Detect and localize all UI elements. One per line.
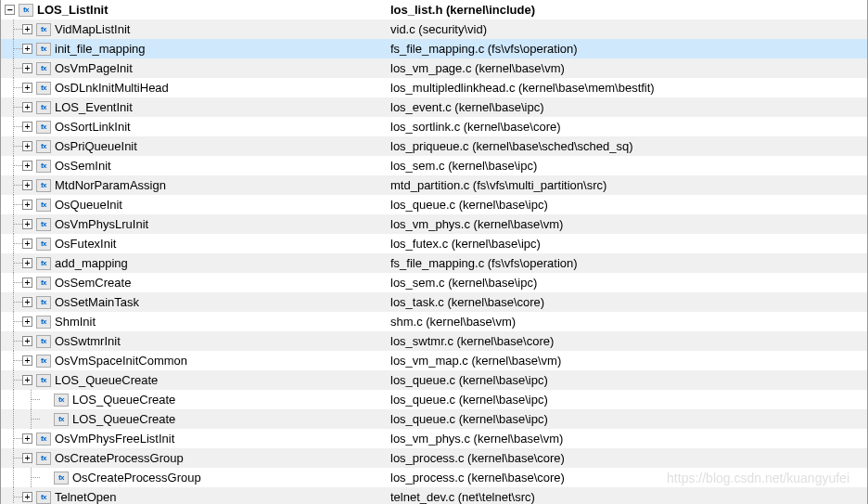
tree-row[interactable]: + fx OsSemInit los_sem.c (kernel\base\ip… — [1, 156, 867, 175]
file-path: los_queue.c (kernel\base\ipc) — [390, 409, 867, 429]
file-path: los_task.c (kernel\base\core) — [390, 292, 867, 312]
tree-guide — [22, 390, 40, 409]
function-name: LOS_QueueCreate — [72, 390, 175, 409]
tree-row[interactable]: + fx VidMapListInit vid.c (security\vid) — [1, 19, 867, 39]
tree-root-row[interactable]: − fx LOS_ListInit los_list.h (kernel\inc… — [1, 0, 867, 19]
tree-guide — [5, 136, 22, 156]
file-path: los_queue.c (kernel\base\ipc) — [390, 370, 867, 390]
root-function-name: LOS_ListInit — [37, 0, 108, 19]
function-name: OsVmPageInit — [55, 58, 133, 78]
tree-row[interactable]: fx OsCreateProcessGroup los_process.c (k… — [1, 468, 867, 487]
expand-icon[interactable]: + — [22, 219, 32, 229]
tree-row[interactable]: fx LOS_QueueCreate los_queue.c (kernel\b… — [1, 390, 867, 409]
tree-row[interactable]: + fx OsCreateProcessGroup los_process.c … — [1, 448, 867, 468]
file-path: los_event.c (kernel\base\ipc) — [390, 97, 867, 117]
tree-row[interactable]: + fx LOS_QueueCreate los_queue.c (kernel… — [1, 370, 867, 390]
function-icon: fx — [36, 355, 51, 368]
tree-row[interactable]: + fx LOS_EventInit los_event.c (kernel\b… — [1, 97, 867, 117]
expand-icon[interactable]: + — [22, 24, 32, 34]
tree-guide — [5, 448, 22, 468]
tree-row[interactable]: + fx OsQueueInit los_queue.c (kernel\bas… — [1, 195, 867, 214]
function-icon: fx — [36, 218, 51, 231]
expand-icon[interactable]: + — [22, 44, 32, 54]
tree-row[interactable]: + fx OsVmPhysFreeListInit los_vm_phys.c … — [1, 429, 867, 448]
tree-row[interactable]: + fx add_mapping fs_file_mapping.c (fs\v… — [1, 253, 867, 273]
expand-icon[interactable]: + — [22, 355, 32, 366]
expand-icon[interactable]: + — [22, 239, 32, 249]
tree-row[interactable]: + fx MtdNorParamAssign mtd_partition.c (… — [1, 175, 867, 195]
expand-icon[interactable]: + — [22, 63, 32, 73]
file-path: telnet_dev.c (net\telnet\src) — [390, 487, 867, 504]
file-path: los_futex.c (kernel\base\ipc) — [390, 234, 867, 253]
tree-row[interactable]: + fx OsDLnkInitMultiHead los_multipledli… — [1, 78, 867, 97]
function-name: LOS_QueueCreate — [55, 370, 158, 390]
collapse-icon[interactable]: − — [5, 5, 15, 15]
function-icon: fx — [36, 433, 51, 446]
tree-guide — [5, 214, 22, 234]
expand-icon[interactable]: + — [22, 258, 32, 268]
tree-row[interactable]: + fx OsFutexInit los_futex.c (kernel\bas… — [1, 234, 867, 253]
function-name: OsSortLinkInit — [55, 117, 131, 136]
tree-row[interactable]: + fx ShmInit shm.c (kernel\base\vm) — [1, 312, 867, 331]
function-icon: fx — [36, 140, 51, 153]
tree-guide — [5, 487, 22, 504]
expand-icon[interactable]: + — [22, 336, 32, 346]
file-path: los_multipledlinkhead.c (kernel\base\mem… — [390, 78, 867, 97]
tree-row[interactable]: fx LOS_QueueCreate los_queue.c (kernel\b… — [1, 409, 867, 429]
expand-icon[interactable]: + — [22, 317, 32, 327]
expand-icon[interactable]: + — [22, 433, 32, 444]
function-name: LOS_EventInit — [55, 97, 133, 117]
tree-row[interactable]: + fx OsSemCreate los_sem.c (kernel\base\… — [1, 273, 867, 292]
file-path: los_queue.c (kernel\base\ipc) — [390, 195, 867, 214]
expand-icon[interactable]: + — [22, 200, 32, 210]
tree-row[interactable]: + fx TelnetOpen telnet_dev.c (net\telnet… — [1, 487, 867, 504]
function-name: TelnetOpen — [55, 487, 117, 504]
tree-guide — [5, 331, 22, 351]
expand-icon[interactable]: + — [22, 453, 32, 463]
function-name: OsVmPhysLruInit — [55, 214, 148, 234]
tree-row[interactable]: + fx OsSwtmrInit los_swtmr.c (kernel\bas… — [1, 331, 867, 351]
expand-icon[interactable]: + — [22, 278, 32, 288]
expand-icon[interactable]: + — [22, 83, 32, 93]
file-path: los_sem.c (kernel\base\ipc) — [390, 273, 867, 292]
tree-guide — [5, 175, 22, 195]
file-path: los_swtmr.c (kernel\base\core) — [390, 331, 867, 351]
tree-row[interactable]: + fx OsSortLinkInit los_sortlink.c (kern… — [1, 117, 867, 136]
tree-row[interactable]: + fx OsSetMainTask los_task.c (kernel\ba… — [1, 292, 867, 312]
expand-icon[interactable]: + — [22, 141, 32, 151]
function-name: MtdNorParamAssign — [55, 175, 166, 195]
tree-row[interactable]: + fx OsPriQueueInit los_priqueue.c (kern… — [1, 136, 867, 156]
tree-row[interactable]: + fx OsVmSpaceInitCommon los_vm_map.c (k… — [1, 351, 867, 370]
file-path: los_sem.c (kernel\base\ipc) — [390, 156, 867, 175]
tree-guide — [5, 78, 22, 97]
function-icon: fx — [36, 101, 51, 114]
tree-guide — [5, 195, 22, 214]
expand-icon[interactable]: + — [22, 375, 32, 385]
file-path: los_sortlink.c (kernel\base\core) — [390, 117, 867, 136]
tree-guide — [5, 409, 22, 429]
function-icon: fx — [36, 257, 51, 270]
expand-icon[interactable]: + — [22, 180, 32, 190]
file-path: los_vm_page.c (kernel\base\vm) — [390, 58, 867, 78]
function-name: OsPriQueueInit — [55, 136, 137, 156]
tree-row[interactable]: + fx OsVmPageInit los_vm_page.c (kernel\… — [1, 58, 867, 78]
file-path: los_process.c (kernel\base\core) — [390, 468, 867, 487]
function-icon: fx — [36, 296, 51, 309]
expand-icon[interactable]: + — [22, 297, 32, 307]
tree-guide — [5, 370, 22, 390]
expand-icon[interactable]: + — [22, 102, 32, 112]
function-name: OsCreateProcessGroup — [55, 448, 184, 468]
tree-row[interactable]: + fx OsVmPhysLruInit los_vm_phys.c (kern… — [1, 214, 867, 234]
tree-row[interactable]: + fx init_file_mapping fs_file_mapping.c… — [1, 39, 867, 58]
tree-guide — [22, 409, 40, 429]
function-icon: fx — [36, 452, 51, 465]
function-icon: fx — [36, 121, 51, 134]
file-path: fs_file_mapping.c (fs\vfs\operation) — [390, 39, 867, 58]
expand-icon[interactable]: + — [22, 122, 32, 132]
call-hierarchy-tree: − fx LOS_ListInit los_list.h (kernel\inc… — [1, 0, 867, 504]
function-icon: fx — [36, 374, 51, 387]
function-name: init_file_mapping — [55, 39, 146, 58]
expand-icon[interactable]: + — [22, 161, 32, 171]
function-name: OsDLnkInitMultiHead — [55, 78, 169, 97]
expand-icon[interactable]: + — [22, 492, 32, 502]
